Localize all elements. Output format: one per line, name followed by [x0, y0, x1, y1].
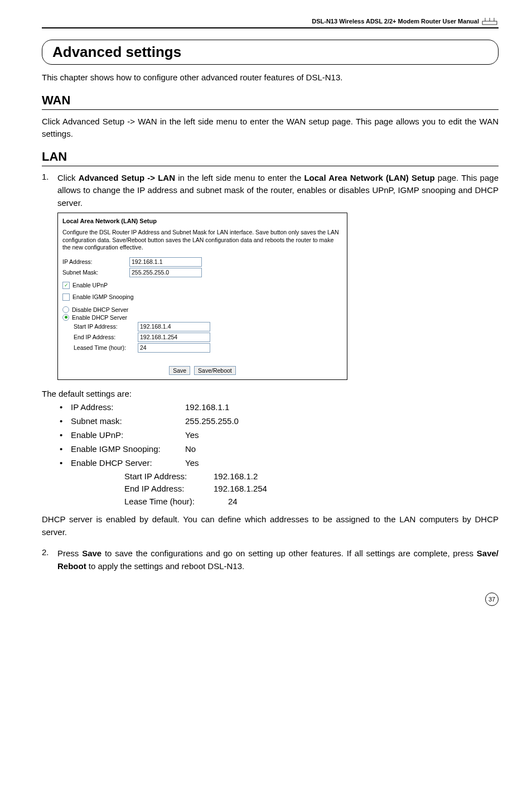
lan-heading: LAN	[42, 150, 499, 166]
screenshot-title: Local Area Network (LAN) Setup	[62, 218, 342, 224]
disable-dhcp-radio[interactable]	[62, 306, 69, 313]
default-item-0: • IP Address: 192.168.1.1	[60, 401, 499, 414]
wan-heading: WAN	[42, 93, 499, 110]
lan-step-1: 1. Click Advanced Setup -> LAN in the le…	[42, 172, 499, 210]
section-title: Advanced settings	[52, 44, 488, 61]
disable-dhcp-label: Disable DHCP Server	[72, 306, 128, 313]
header: DSL-N13 Wireless ADSL 2/2+ Modem Router …	[42, 17, 499, 28]
lan-step-2: 2. Press Save to save the configurations…	[42, 547, 499, 572]
subnet-mask-label: Subnet Mask:	[62, 269, 129, 276]
router-icon	[482, 17, 499, 26]
page-number: 37	[42, 593, 499, 606]
default-item-3: • Enable IGMP Snooping: No	[60, 442, 499, 456]
ip-address-label: IP Address:	[62, 258, 129, 265]
dhcp-note: DHCP server is enabled by default. You c…	[42, 513, 499, 538]
leased-time-input[interactable]	[138, 343, 210, 353]
wan-body: Click Advanced Setup -> WAN in the left …	[42, 115, 499, 141]
end-ip-label: End IP Address:	[62, 334, 138, 340]
enable-dhcp-radio[interactable]	[62, 314, 69, 321]
enable-upnp-label: Enable UPnP	[72, 282, 108, 288]
defaults-title: The default settings are:	[42, 389, 499, 398]
end-ip-input[interactable]	[138, 333, 210, 342]
save-button[interactable]: Save	[169, 366, 190, 375]
svg-rect-0	[482, 21, 497, 25]
start-ip-input[interactable]	[138, 322, 210, 331]
default-item-4: • Enable DHCP Server: Yes	[60, 456, 499, 470]
enable-igmp-label: Enable IGMP Snooping	[72, 293, 134, 300]
save-reboot-button[interactable]: Save/Reboot	[194, 366, 236, 375]
default-item-2: • Enable UPnP: Yes	[60, 429, 499, 442]
ip-address-input[interactable]	[129, 257, 202, 267]
section-title-box: Advanced settings	[42, 40, 499, 65]
lan-setup-screenshot: Local Area Network (LAN) Setup Configure…	[57, 213, 347, 380]
default-item-1: • Subnet mask: 255.255.255.0	[60, 415, 499, 428]
dhcp-sub-defaults: Start IP Address: 192.168.1.2 End IP Add…	[124, 470, 499, 508]
leased-time-label: Leased Time (hour):	[62, 344, 138, 351]
intro-text: This chapter shows how to configure othe…	[42, 71, 499, 84]
start-ip-label: Start IP Address:	[62, 323, 138, 330]
enable-dhcp-label: Enable DHCP Server	[72, 314, 127, 321]
enable-igmp-checkbox[interactable]	[62, 293, 70, 301]
subnet-mask-input[interactable]	[129, 268, 202, 277]
manual-title: DSL-N13 Wireless ADSL 2/2+ Modem Router …	[312, 18, 479, 25]
screenshot-desc: Configure the DSL Router IP Address and …	[62, 229, 342, 252]
enable-upnp-checkbox[interactable]: ✓	[62, 282, 70, 289]
